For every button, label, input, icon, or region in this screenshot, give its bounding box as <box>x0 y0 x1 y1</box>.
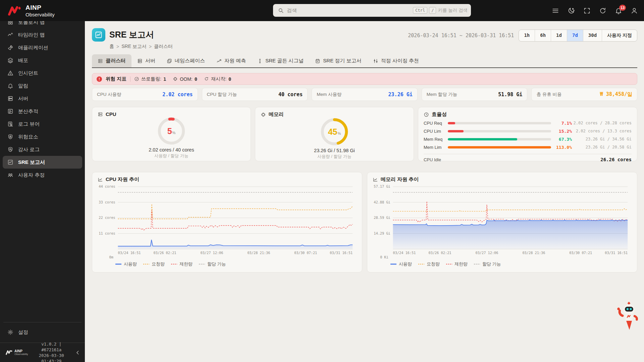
svg-text:03/28 21:36: 03/28 21:36 <box>247 251 270 255</box>
profile-icon[interactable] <box>631 7 638 14</box>
efficiency-row-label: Mem Lim <box>424 145 444 150</box>
sidebar-item-label: 알림 <box>18 83 28 89</box>
metric-card-4: 총 유휴 비용₩ 38,458/일 <box>531 88 637 101</box>
efficiency-bar-track <box>448 146 551 148</box>
svg-text:11 cores: 11 cores <box>99 231 115 235</box>
menu-icon[interactable] <box>552 7 559 14</box>
sidebar-item-shield-search[interactable]: 감사 로그 <box>3 143 82 156</box>
tab-report[interactable]: SRE 정기 보고서 <box>309 54 367 67</box>
svg-text:0 Ki: 0 Ki <box>380 255 388 259</box>
tab-cluster[interactable]: 클러스터 <box>92 54 131 67</box>
sidebar-item-label: 설정 <box>18 329 28 336</box>
gear-icon <box>7 329 13 335</box>
legend-item[interactable]: 제한량 <box>171 261 193 267</box>
range-button-7d[interactable]: 7d <box>567 30 583 41</box>
sidebar-item-log-viewer[interactable]: 로그 뷰어 <box>3 118 82 130</box>
gauge-sublabel: 사용량 / 할당 가능 <box>154 153 188 159</box>
sidebar-item-chart-line[interactable]: SRE 보고서 <box>3 156 82 169</box>
legend-item[interactable]: 할당 가능 <box>199 261 226 267</box>
sidebar: 토폴로지 맵타임라인 맵애플리케이션배포인시던트알림서버분산추적로그 뷰어위험요… <box>0 21 85 362</box>
breadcrumb-current[interactable]: 클러스터 <box>154 44 173 50</box>
risk-item-restart: 재시작: 0 <box>204 76 231 82</box>
gauge-title: CPU <box>106 111 116 117</box>
svg-text:42.88 Gi: 42.88 Gi <box>374 200 390 204</box>
risk-title: 위험 지표 <box>106 76 126 82</box>
legend-item[interactable]: 요청량 <box>418 261 440 267</box>
sidebar-item-users[interactable]: 사용자 추정 <box>3 169 82 181</box>
tab-label: 적정 사이징 추천 <box>381 58 419 64</box>
legend-item[interactable]: 할당 가능 <box>474 261 501 267</box>
layers-icon <box>7 57 13 63</box>
sidebar-item-warning[interactable]: 인시던트 <box>3 67 82 79</box>
breadcrumb-section[interactable]: SRE 보고서 <box>121 44 147 50</box>
sidebar-item-timeline[interactable]: 타임라인 맵 <box>3 28 82 41</box>
chart-title: 메모리 자원 추이 <box>381 176 419 183</box>
footer-brand-name: AINP <box>14 350 28 353</box>
risk-item-label: OOM: <box>180 76 192 82</box>
risk-item-value: 0 <box>195 76 197 82</box>
legend-item[interactable]: 사용량 <box>115 261 137 267</box>
fullscreen-icon[interactable] <box>583 7 591 14</box>
legend-item[interactable]: 사용량 <box>390 261 412 267</box>
efficiency-row-label: CPU Lim <box>424 129 444 134</box>
global-search-input[interactable]: 검색 Ctrl / 키를 눌러 검색 <box>273 4 471 17</box>
bell-icon <box>7 83 13 89</box>
efficiency-percent: 7.1% <box>554 121 572 126</box>
page-title-icon <box>92 28 105 42</box>
svg-text:57.17 Gi: 57.17 Gi <box>374 184 390 188</box>
assistant-mascot[interactable] <box>615 301 642 332</box>
metric-card-3: Mem 할당 가능51.98 Gi <box>422 88 528 101</box>
efficiency-percent: 113.0% <box>554 145 572 150</box>
svg-text:03/31 16:51: 03/31 16:51 <box>605 251 628 255</box>
refresh-icon[interactable] <box>599 7 606 14</box>
risk-item-label: 재시작: <box>211 76 226 82</box>
risk-indicator-bar: ! 위험 지표 쓰로틀링: 1OOM: 0재시작: 0 <box>92 73 637 85</box>
legend-item[interactable]: 요청량 <box>143 261 165 267</box>
tab-label: 자원 예측 <box>224 58 246 64</box>
sidebar-collapse-button[interactable] <box>75 350 81 356</box>
dark-mode-icon[interactable] <box>568 7 575 14</box>
metric-label: 총 유휴 비용 <box>536 92 561 98</box>
sidebar-item-rocket[interactable]: 애플리케이션 <box>3 41 82 54</box>
sidebar-item-bell[interactable]: 알림 <box>3 79 82 92</box>
tab-server[interactable]: 서버 <box>131 54 161 67</box>
gauge-sublabel: 사용량 / 할당 가능 <box>317 154 351 160</box>
sidebar-item-grid[interactable]: 토폴로지 맵 <box>3 21 82 28</box>
sidebar-item-settings[interactable]: 설정 <box>3 326 82 339</box>
metric-card-0: CPU 사용량2.02 cores <box>92 88 198 101</box>
efficiency-bar-track <box>448 138 551 140</box>
sidebar-item-label: 애플리케이션 <box>18 45 48 51</box>
line-chart-icon <box>373 177 378 182</box>
line-chart-icon <box>98 177 103 182</box>
namespace-icon <box>167 58 172 64</box>
notification-badge: 13 <box>619 5 626 11</box>
legend-label: 할당 가능 <box>482 261 501 267</box>
sidebar-item-layers[interactable]: 배포 <box>3 54 82 67</box>
tab-signal[interactable]: SRE 골든 시그널 <box>252 54 309 67</box>
range-button-1d[interactable]: 1d <box>551 30 567 41</box>
tab-sizing[interactable]: 적정 사이징 추천 <box>367 54 425 67</box>
range-button-30d[interactable]: 30d <box>583 30 602 41</box>
gauge-title: 메모리 <box>269 111 284 118</box>
sidebar-item-trace[interactable]: 분산추적 <box>3 105 82 118</box>
breadcrumb-home[interactable]: 홈 <box>109 44 114 50</box>
legend-label: 사용량 <box>399 261 412 267</box>
gauge-unit: % <box>172 131 176 135</box>
ainp-logo-icon <box>7 5 22 16</box>
footer-brand-subtitle: Observability <box>14 353 28 356</box>
sidebar-item-shield-lock[interactable]: 위험요소 <box>3 130 82 143</box>
efficiency-detail: 23.26 Gi / 20.58 Gi <box>572 145 632 149</box>
sidebar-item-server[interactable]: 서버 <box>3 92 82 105</box>
range-button-1h[interactable]: 1h <box>519 30 535 41</box>
legend-item[interactable]: 제한량 <box>446 261 468 267</box>
shield-search-icon <box>7 146 13 153</box>
range-button-사용자 지정[interactable]: 사용자 지정 <box>602 30 637 41</box>
memory-donut-gauge: 45% <box>320 118 348 146</box>
tab-forecast[interactable]: 자원 예측 <box>211 54 252 67</box>
top-header: AINP Observability 검색 Ctrl / 키를 눌러 검색 13 <box>0 0 644 21</box>
risk-item-oom: OOM: 0 <box>173 76 197 82</box>
tab-namespace[interactable]: 네임스페이스 <box>161 54 211 67</box>
range-button-6h[interactable]: 6h <box>535 30 551 41</box>
version-text: v1.0.2 | #672161a <box>31 341 71 353</box>
notifications-icon[interactable]: 13 <box>615 7 622 14</box>
